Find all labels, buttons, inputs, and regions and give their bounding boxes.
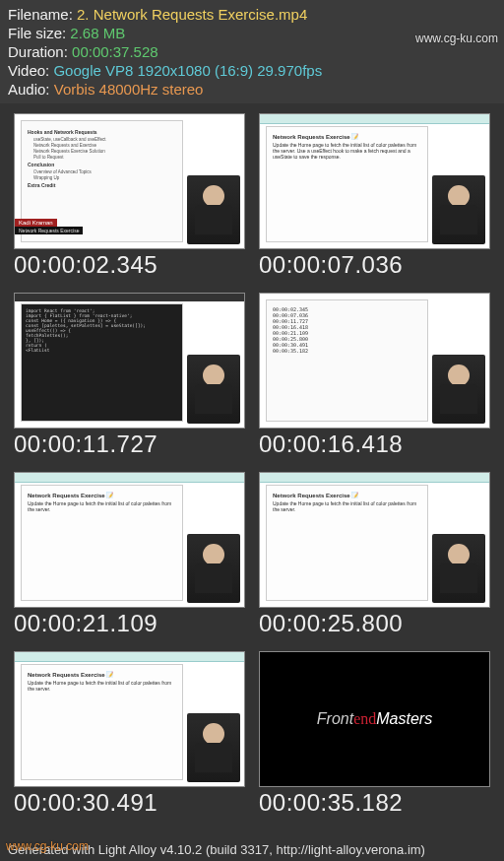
doc-title: Network Requests Exercise 📝 (273, 133, 421, 140)
browser-bar (15, 473, 244, 483)
video-label: Video: (8, 62, 53, 79)
outline-heading: Extra Credit (28, 182, 176, 188)
thumbnail-image[interactable]: Hooks and Network Requests useState, use… (14, 113, 245, 249)
code-line: <FlatList (26, 348, 178, 353)
outline-item: Network Requests Exercise Solution (33, 149, 176, 154)
file-info-header: Filename: 2. Network Requests Exercise.m… (0, 0, 504, 103)
outline-item: Network Requests and Exercise (33, 143, 176, 148)
slide-code: import React from 'react'; import { Flat… (21, 303, 183, 422)
timestamp-label: 00:00:30.491 (14, 789, 245, 817)
outline-item: useState, useCallback and useEffect (33, 137, 176, 142)
speaker-figure (187, 534, 240, 603)
speaker-figure (432, 355, 485, 424)
thumbnail-image[interactable]: Network Requests Exercise 📝 Update the H… (14, 472, 245, 608)
browser-bar (260, 473, 489, 483)
timestamp-label: 00:00:07.036 (259, 251, 490, 279)
frontend-masters-logo: FrontendMasters (317, 710, 432, 728)
outline-item: Wrapping Up (33, 175, 176, 180)
doc-body: Update the Home page to fetch the initia… (28, 500, 176, 512)
doc-body: Update the Home page to fetch the initia… (28, 680, 176, 692)
thumbnail-cell: Network Requests Exercise 📝 Update the H… (14, 472, 245, 637)
thumbnail-image[interactable]: Network Requests Exercise 📝 Update the H… (14, 651, 245, 787)
filename-value: 2. Network Requests Exercise.mp4 (77, 6, 307, 23)
filename-label: Filename: (8, 6, 77, 23)
timestamp-label: 00:00:21.109 (14, 610, 245, 637)
slide-doc: Network Requests Exercise 📝 Update the H… (21, 485, 183, 601)
thumbnail-image[interactable]: import React from 'react'; import { Flat… (14, 293, 245, 429)
filesize-label: File size: (8, 25, 70, 41)
ts-line: 00:00:35.182 (273, 348, 421, 354)
slide-doc: Network Requests Exercise 📝 Update the H… (21, 664, 183, 780)
timestamp-label: 00:00:02.345 (14, 251, 245, 279)
thumbnail-cell: 00:00:02.345 00:00:07.036 00:00:11.727 0… (259, 293, 490, 458)
doc-title: Network Requests Exercise 📝 (273, 492, 421, 498)
thumbnail-image[interactable]: FrontendMasters (259, 651, 490, 787)
timestamp-label: 00:00:25.800 (259, 610, 490, 637)
logo-part-front: Front (317, 710, 353, 727)
doc-title: Network Requests Exercise 📝 (28, 492, 176, 498)
timestamp-label: 00:00:35.182 (259, 789, 490, 817)
speaker-figure (187, 713, 240, 782)
speaker-figure (187, 355, 240, 424)
thumbnail-cell: Hooks and Network Requests useState, use… (14, 113, 245, 279)
thumbnail-cell: Network Requests Exercise 📝 Update the H… (259, 113, 490, 279)
audio-label: Audio: (8, 81, 54, 98)
thumbnail-cell: Network Requests Exercise 📝 Update the H… (14, 651, 245, 817)
slide-doc: Network Requests Exercise 📝 Update the H… (266, 126, 428, 242)
watermark-top-right: www.cg-ku.com (415, 32, 498, 45)
slide-doc: Network Requests Exercise 📝 Update the H… (266, 485, 428, 601)
outline-item: Overview of Advanced Topics (33, 169, 176, 174)
browser-bar (15, 652, 244, 662)
speaker-name: Kadi Kraman (15, 219, 57, 227)
doc-body: Update the Home page to fetch the initia… (273, 500, 421, 512)
outline-heading: Conclusion (28, 162, 176, 167)
duration-label: Duration: (8, 43, 72, 60)
timestamp-label: 00:00:11.727 (14, 430, 245, 458)
outline-item: Pull to Request (33, 155, 176, 160)
logo-part-end: end (353, 710, 376, 727)
thumbnail-image[interactable]: 00:00:02.345 00:00:07.036 00:00:11.727 0… (259, 293, 490, 429)
thumbnail-cell: import React from 'react'; import { Flat… (14, 293, 245, 458)
duration-value: 00:00:37.528 (72, 43, 158, 60)
speaker-topic: Network Requests Exercise (15, 227, 83, 234)
video-value: Google VP8 1920x1080 (16:9) 29.970fps (53, 62, 322, 79)
speaker-figure (187, 175, 240, 244)
slide-timestamps: 00:00:02.345 00:00:07.036 00:00:11.727 0… (266, 299, 428, 422)
doc-body: Update the Home page to fetch the initia… (273, 142, 421, 160)
thumbnail-image[interactable]: Network Requests Exercise 📝 Update the H… (259, 472, 490, 608)
speaker-figure (432, 175, 485, 244)
logo-part-masters: Masters (376, 710, 432, 727)
thumbnail-cell: FrontendMasters 00:00:35.182 (259, 651, 490, 817)
browser-bar (260, 114, 489, 124)
audio-value: Vorbis 48000Hz stereo (54, 81, 204, 98)
thumbnail-cell: Network Requests Exercise 📝 Update the H… (259, 472, 490, 637)
speaker-figure (432, 534, 485, 603)
outline-heading: Hooks and Network Requests (28, 129, 176, 135)
watermark-bottom-left: www.cg-ku.com (6, 839, 89, 853)
filesize-value: 2.68 MB (70, 25, 125, 41)
doc-title: Network Requests Exercise 📝 (28, 671, 176, 678)
thumbnail-grid: Hooks and Network Requests useState, use… (0, 103, 504, 827)
thumbnail-image[interactable]: Network Requests Exercise 📝 Update the H… (259, 113, 490, 249)
timestamp-label: 00:00:16.418 (259, 430, 490, 458)
